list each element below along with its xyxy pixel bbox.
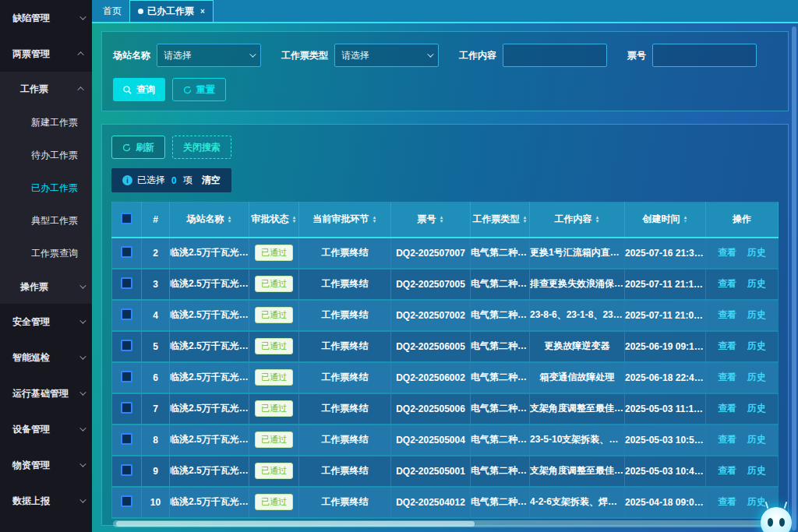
row-checkbox[interactable] — [121, 246, 132, 258]
row-checkbox[interactable] — [121, 340, 132, 351]
tab-home[interactable]: 首页 — [95, 0, 129, 22]
sidebar-item-todo-work-ticket[interactable]: 待办工作票 — [0, 139, 92, 171]
column-header-status: 审批状态 — [252, 213, 289, 226]
sidebar-item-material-management[interactable]: 物资管理 — [0, 447, 92, 483]
select-all-checkbox[interactable] — [121, 213, 132, 224]
sidebar-item-new-work-ticket[interactable]: 新建工作票 — [0, 106, 92, 139]
row-checkbox[interactable] — [121, 433, 132, 445]
chevron-down-icon — [79, 496, 86, 502]
history-link[interactable]: 历史 — [743, 465, 770, 476]
assistant-robot-icon[interactable] — [761, 507, 792, 532]
ticket-type-cell: 电气第二种工作票 — [471, 393, 530, 425]
work-content-cell: 排查更换失效浪涌保护器 — [530, 269, 625, 300]
work-content-cell: 支架角度调整至最佳角度 — [530, 393, 625, 425]
sort-icon[interactable]: ▲▼ — [523, 216, 528, 224]
chevron-down-icon — [79, 282, 86, 288]
sort-icon[interactable]: ▲▼ — [683, 216, 688, 224]
row-checkbox[interactable] — [121, 464, 132, 476]
sidebar-item-work-ticket-query[interactable]: 工作票查询 — [0, 237, 92, 270]
work-content-label: 工作内容 — [459, 49, 496, 62]
approval-step-cell: 工作票终结 — [299, 425, 391, 456]
sidebar-item-equipment-management[interactable]: 设备管理 — [0, 411, 92, 447]
row-checkbox[interactable] — [121, 277, 132, 289]
row-checkbox[interactable] — [121, 495, 132, 507]
view-link[interactable]: 查看 — [714, 496, 740, 507]
table-row: 3 临洮2.5万千瓦光伏电... 已通过 工作票终结 DQ2-202507005… — [112, 269, 779, 300]
reset-button[interactable]: 重置 — [172, 78, 226, 101]
ticket-type-cell: 电气第二种工作票 — [471, 362, 530, 393]
refresh-button-label: 刷新 — [136, 141, 154, 154]
sidebar-item-operation-basic-management[interactable]: 运行基础管理 — [0, 375, 92, 411]
ticket-type-cell: 电气第二种工作票 — [471, 269, 530, 300]
view-link[interactable]: 查看 — [714, 434, 740, 445]
station-name-select[interactable]: 请选择 — [157, 44, 261, 67]
sidebar-item-smart-inspection[interactable]: 智能巡检 — [0, 340, 92, 375]
sort-icon[interactable]: ▲▼ — [292, 216, 297, 224]
refresh-button[interactable]: 刷新 — [111, 136, 165, 159]
ticket-no-cell: DQ2-202505004 — [391, 425, 471, 456]
row-index: 6 — [142, 362, 170, 393]
ticket-type-label: 工作票类型 — [281, 49, 328, 62]
ticket-type-cell: 电气第二种工作票 — [471, 487, 530, 518]
history-link[interactable]: 历史 — [743, 340, 770, 351]
sidebar-item-done-work-ticket[interactable]: 已办工作票 — [0, 171, 92, 204]
view-link[interactable]: 查看 — [714, 278, 740, 289]
horizontal-scrollbar-thumb[interactable] — [116, 521, 475, 527]
station-name-cell: 临洮2.5万千瓦光伏电... — [170, 238, 249, 269]
created-time-cell: 2025-07-16 21:34:57 — [625, 238, 706, 269]
view-link[interactable]: 查看 — [714, 403, 740, 414]
ticket-no-cell: DQ2-202505006 — [391, 393, 471, 425]
created-time-cell: 2025-05-03 10:44:48 — [625, 456, 706, 487]
row-checkbox[interactable] — [121, 308, 132, 320]
history-link[interactable]: 历史 — [743, 403, 770, 414]
horizontal-scrollbar[interactable] — [113, 520, 777, 527]
sidebar-item-operation-ticket[interactable]: 操作票 — [0, 270, 92, 304]
query-button[interactable]: 查询 — [113, 78, 165, 101]
view-link[interactable]: 查看 — [714, 372, 740, 382]
view-link[interactable]: 查看 — [714, 465, 740, 476]
sidebar-item-two-ticket-management[interactable]: 两票管理 — [0, 36, 92, 72]
view-link[interactable]: 查看 — [714, 340, 740, 351]
tab-done-work-ticket[interactable]: 已办工作票 × — [129, 0, 214, 22]
sidebar-item-typical-work-ticket[interactable]: 典型工作票 — [0, 204, 92, 237]
history-link[interactable]: 历史 — [743, 309, 770, 320]
chevron-down-icon — [79, 425, 86, 431]
selection-bar: i 已选择 0 项 清空 — [111, 168, 231, 192]
status-badge: 已通过 — [255, 463, 293, 479]
main-area: 首页 已办工作票 × 场站名称 请选择 工作票类型 — [92, 0, 798, 532]
view-link[interactable]: 查看 — [714, 247, 740, 258]
ticket-no-label: 票号 — [627, 49, 646, 62]
history-link[interactable]: 历史 — [743, 372, 770, 382]
history-link[interactable]: 历史 — [743, 434, 770, 445]
created-time-cell: 2025-05-03 11:17:35 — [625, 393, 706, 425]
selected-suffix: 项 — [183, 174, 192, 187]
sort-icon[interactable]: ▲▼ — [595, 216, 600, 224]
sort-icon[interactable]: ▲▼ — [373, 216, 377, 224]
column-header-station: 场站名称 — [187, 213, 224, 226]
sidebar-item-work-ticket[interactable]: 工作票 — [0, 72, 92, 106]
sidebar-item-safety-management[interactable]: 安全管理 — [0, 304, 92, 340]
chevron-down-icon — [79, 317, 86, 323]
close-search-button[interactable]: 关闭搜索 — [172, 136, 231, 159]
work-content-input[interactable] — [503, 44, 607, 67]
tab-bar: 首页 已办工作票 × — [92, 0, 798, 23]
row-checkbox[interactable] — [121, 402, 132, 414]
ticket-no-input[interactable] — [652, 44, 757, 67]
created-time-cell: 2025-07-11 21:02:21 — [625, 300, 706, 331]
sort-icon[interactable]: ▲▼ — [440, 216, 444, 224]
sort-icon[interactable]: ▲▼ — [228, 216, 232, 224]
view-link[interactable]: 查看 — [714, 309, 740, 320]
sidebar-item-data-reporting[interactable]: 数据上报 — [0, 483, 92, 519]
ticket-no-cell: DQ2-202507002 — [391, 300, 471, 331]
clear-selection-link[interactable]: 清空 — [202, 174, 221, 187]
history-link[interactable]: 历史 — [743, 278, 770, 289]
chevron-up-icon — [77, 51, 83, 58]
row-checkbox[interactable] — [121, 371, 132, 382]
ticket-type-select[interactable]: 请选择 — [334, 44, 439, 67]
history-link[interactable]: 历史 — [743, 247, 770, 258]
sidebar-item-defect-management[interactable]: 缺陷管理 — [0, 0, 92, 36]
status-badge: 已通过 — [255, 245, 293, 261]
column-header-created: 创建时间 — [643, 213, 680, 226]
close-icon[interactable]: × — [200, 7, 205, 16]
vertical-scrollbar[interactable] — [792, 26, 796, 530]
